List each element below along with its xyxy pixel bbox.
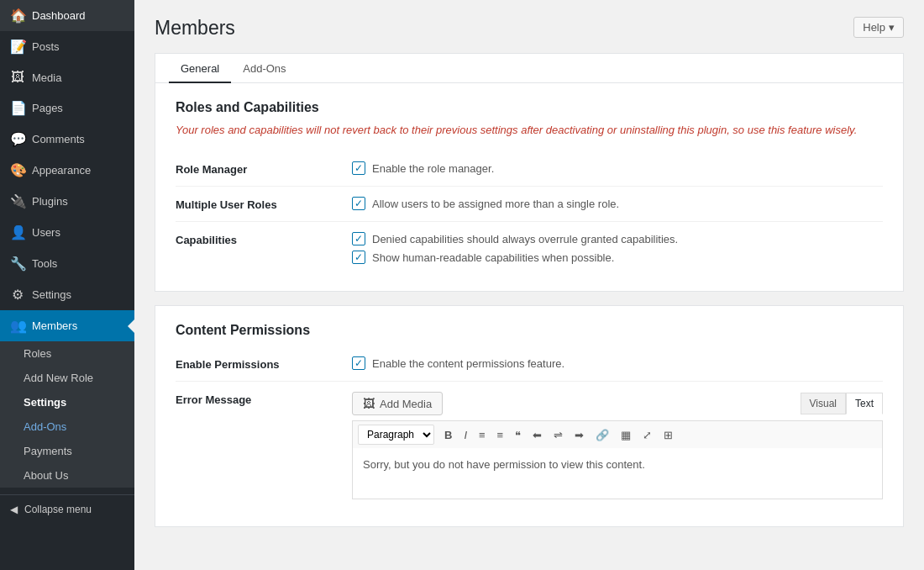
field-control-multiple-user-roles: ✓ Allow users to be assigned more than a… xyxy=(352,197,883,210)
tab-add-ons[interactable]: Add-Ons xyxy=(231,54,297,83)
field-label-capabilities: Capabilities xyxy=(176,232,352,246)
plugins-icon: 🔌 xyxy=(10,193,25,209)
toolbar-bold[interactable]: B xyxy=(439,425,457,445)
members-submenu: Roles Add New Role Settings Add-Ons Paym… xyxy=(0,341,134,488)
media-icon: 🖼 xyxy=(10,70,25,85)
visual-text-tabs: Visual Text xyxy=(801,393,883,414)
sidebar-item-comments[interactable]: 💬 Comments xyxy=(0,124,134,155)
toolbar-align-right[interactable]: ➡ xyxy=(570,425,589,445)
sidebar-item-plugins[interactable]: 🔌 Plugins xyxy=(0,186,134,217)
tools-icon: 🔧 xyxy=(10,256,25,272)
field-control-enable-permissions: ✓ Enable the content permissions feature… xyxy=(352,356,883,370)
field-control-error-message: 🖼 Add Media Visual Text Paragraph B I ≡ xyxy=(352,392,883,499)
members-icon: 👥 xyxy=(10,318,25,334)
roles-capabilities-section: Roles and Capabilities Your roles and ca… xyxy=(155,82,904,292)
appearance-icon: 🎨 xyxy=(10,162,25,178)
collapse-icon: ◀ xyxy=(10,504,18,515)
toolbar-link[interactable]: 🔗 xyxy=(591,425,614,445)
toolbar-align-center[interactable]: ⇌ xyxy=(549,425,568,445)
toolbar-grid[interactable]: ⊞ xyxy=(659,425,678,445)
collapse-menu-item[interactable]: ◀ Collapse menu xyxy=(0,494,134,523)
sidebar-item-dashboard[interactable]: 🏠 Dashboard xyxy=(0,0,134,31)
field-label-multiple-user-roles: Multiple User Roles xyxy=(176,197,352,211)
field-label-error-message: Error Message xyxy=(176,392,352,406)
paragraph-select[interactable]: Paragraph xyxy=(358,425,434,445)
submenu-item-add-ons[interactable]: Add-Ons xyxy=(0,414,134,439)
editor-toolbar: Paragraph B I ≡ ≡ ❝ ⬅ ⇌ ➡ 🔗 ▦ ⤢ ⊞ xyxy=(352,420,883,448)
active-arrow xyxy=(128,319,134,333)
sidebar-item-tools[interactable]: 🔧 Tools xyxy=(0,248,134,279)
posts-icon: 📝 xyxy=(10,39,25,55)
sidebar-item-posts[interactable]: 📝 Posts xyxy=(0,31,134,62)
field-label-enable-permissions: Enable Permissions xyxy=(176,356,352,371)
field-row-capabilities: Capabilities ✓ Denied capabilities shoul… xyxy=(176,221,883,274)
toolbar-blockquote[interactable]: ❝ xyxy=(510,425,526,445)
chevron-down-icon: ▾ xyxy=(889,21,895,34)
sidebar-item-pages[interactable]: 📄 Pages xyxy=(0,92,134,124)
field-row-enable-permissions: Enable Permissions ✓ Enable the content … xyxy=(176,346,883,381)
tab-visual[interactable]: Visual xyxy=(801,393,846,414)
checkbox-line-multiple-roles[interactable]: ✓ Allow users to be assigned more than a… xyxy=(352,197,883,210)
main-content: Members Help ▾ General Add-Ons Roles and… xyxy=(134,0,924,570)
field-row-role-manager: Role Manager ✓ Enable the role manager. xyxy=(176,151,883,186)
tabs-container: General Add-Ons xyxy=(155,53,904,82)
add-media-icon: 🖼 xyxy=(363,397,375,410)
submenu-item-payments[interactable]: Payments xyxy=(0,439,134,463)
field-row-error-message: Error Message 🖼 Add Media Visual Text xyxy=(176,381,883,509)
checkbox-enable-content-permissions[interactable]: ✓ xyxy=(352,356,365,370)
page-title: Members xyxy=(155,17,235,40)
checkbox-multiple-roles[interactable]: ✓ xyxy=(352,197,365,210)
checkbox-line-human-readable[interactable]: ✓ Show human-readable capabilities when … xyxy=(352,251,883,264)
sidebar-item-members[interactable]: 👥 Members xyxy=(0,310,134,341)
toolbar-table[interactable]: ▦ xyxy=(616,425,636,445)
tab-text[interactable]: Text xyxy=(846,393,883,414)
field-label-role-manager: Role Manager xyxy=(176,161,352,176)
toolbar-italic[interactable]: I xyxy=(459,425,472,445)
checkbox-human-readable[interactable]: ✓ xyxy=(352,251,365,264)
roles-capabilities-notice: Your roles and capabilities will not rev… xyxy=(176,124,883,136)
pages-icon: 📄 xyxy=(10,100,25,116)
dashboard-icon: 🏠 xyxy=(10,8,25,24)
submenu-item-add-new-role[interactable]: Add New Role xyxy=(0,366,134,390)
sidebar-menu: 🏠 Dashboard 📝 Posts 🖼 Media 📄 Pages 💬 Co… xyxy=(0,0,134,488)
checkbox-denied-overrule[interactable]: ✓ xyxy=(352,232,365,245)
roles-capabilities-title: Roles and Capabilities xyxy=(176,100,883,115)
checkbox-line-enable-content[interactable]: ✓ Enable the content permissions feature… xyxy=(352,356,883,370)
page-header: Members Help ▾ xyxy=(155,17,904,40)
users-icon: 👤 xyxy=(10,224,25,240)
content-permissions-title: Content Permissions xyxy=(176,323,883,338)
tab-general[interactable]: General xyxy=(169,54,231,83)
submenu-item-about-us[interactable]: About Us xyxy=(0,463,134,488)
editor-content[interactable]: Sorry, but you do not have permission to… xyxy=(353,448,882,499)
editor-wrap: Sorry, but you do not have permission to… xyxy=(352,448,883,499)
sidebar-item-users[interactable]: 👤 Users xyxy=(0,217,134,248)
submenu-item-roles[interactable]: Roles xyxy=(0,341,134,366)
sidebar-item-settings[interactable]: ⚙ Settings xyxy=(0,279,134,310)
toolbar-align-left[interactable]: ⬅ xyxy=(528,425,547,445)
checkbox-line-denied-overrule[interactable]: ✓ Denied capabilities should always over… xyxy=(352,232,883,245)
submenu-item-settings[interactable]: Settings xyxy=(0,390,134,414)
field-control-capabilities: ✓ Denied capabilities should always over… xyxy=(352,232,883,264)
editor-header: 🖼 Add Media Visual Text xyxy=(352,392,883,415)
comments-icon: 💬 xyxy=(10,131,25,147)
toolbar-ul[interactable]: ≡ xyxy=(474,425,491,445)
toolbar-fullscreen[interactable]: ⤢ xyxy=(638,425,657,445)
settings-icon: ⚙ xyxy=(10,287,25,303)
sidebar: 🏠 Dashboard 📝 Posts 🖼 Media 📄 Pages 💬 Co… xyxy=(0,0,134,570)
content-permissions-section: Content Permissions Enable Permissions ✓… xyxy=(155,305,904,527)
sidebar-item-appearance[interactable]: 🎨 Appearance xyxy=(0,155,134,186)
add-media-button[interactable]: 🖼 Add Media xyxy=(352,392,443,415)
help-button[interactable]: Help ▾ xyxy=(853,17,904,38)
toolbar-ol[interactable]: ≡ xyxy=(492,425,509,445)
checkbox-line-enable-role-manager[interactable]: ✓ Enable the role manager. xyxy=(352,161,883,175)
checkbox-enable-role-manager[interactable]: ✓ xyxy=(352,161,365,175)
field-control-role-manager: ✓ Enable the role manager. xyxy=(352,161,883,175)
sidebar-item-media[interactable]: 🖼 Media xyxy=(0,62,134,92)
field-row-multiple-user-roles: Multiple User Roles ✓ Allow users to be … xyxy=(176,186,883,221)
